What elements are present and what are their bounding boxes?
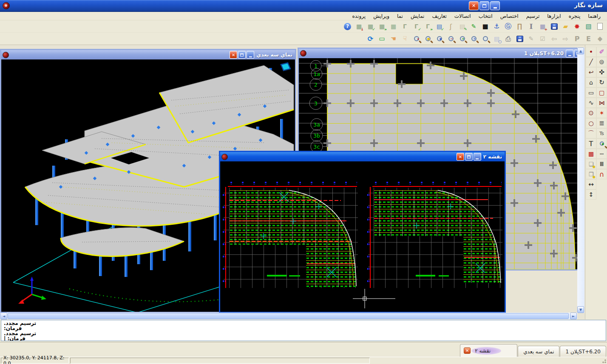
hand-note-icon[interactable]: ☚ bbox=[388, 33, 399, 44]
arc-icon[interactable]: ⌒ bbox=[586, 128, 596, 138]
zoom-in-icon[interactable]: + bbox=[457, 33, 468, 44]
snap-icon[interactable]: ∩ bbox=[596, 169, 607, 179]
grid-add-icon[interactable]: ▦+ bbox=[537, 21, 548, 32]
steel-beam-icon[interactable]: I bbox=[525, 21, 537, 32]
menu-item-2[interactable]: نما bbox=[393, 13, 407, 20]
scroll-left-button[interactable]: ◄ bbox=[0, 313, 7, 319]
explode-icon[interactable]: ✶ bbox=[596, 108, 607, 118]
scroll-right-button[interactable]: ► bbox=[570, 313, 577, 319]
menu-item-3[interactable]: نمایش bbox=[407, 13, 428, 20]
open-folder-icon[interactable]: ▰ bbox=[560, 21, 571, 32]
mesh-plate-icon[interactable]: ▦ bbox=[388, 21, 399, 32]
print-icon[interactable]: ⎙ bbox=[502, 33, 514, 44]
fit-view-icon[interactable]: ▭ bbox=[376, 33, 388, 44]
design-checklist-icon[interactable]: ▤✎ bbox=[457, 21, 468, 32]
menu-item-10[interactable]: پنجره bbox=[565, 13, 584, 20]
zoom-object-icon[interactable]: ◆ bbox=[596, 138, 607, 149]
deck-section-icon[interactable]: ⚓ bbox=[491, 21, 502, 32]
selection-window-icon[interactable]: ▢ bbox=[596, 87, 607, 98]
app-logo-icon[interactable] bbox=[3, 2, 10, 9]
paste-icon[interactable]: ❐● bbox=[586, 169, 596, 179]
map2-minimize-button[interactable] bbox=[474, 153, 481, 161]
zoom-extents-icon[interactable]: ✳ bbox=[468, 33, 479, 44]
mirror-icon[interactable]: ⋈ bbox=[596, 98, 607, 108]
plan-mode-icon[interactable]: P bbox=[571, 33, 583, 44]
window-tab-2[interactable]: پلان 1ST+6.20 bbox=[560, 346, 606, 357]
3d-maximize-button[interactable] bbox=[238, 51, 246, 59]
menu-item-7[interactable]: اختصاص bbox=[496, 13, 522, 20]
minimize-button[interactable] bbox=[490, 1, 500, 10]
text-icon[interactable]: T bbox=[586, 138, 596, 149]
menu-item-9[interactable]: ابزارها bbox=[543, 13, 564, 20]
maximize-button[interactable] bbox=[479, 1, 489, 10]
polygon-icon[interactable]: ⌂ bbox=[586, 77, 596, 87]
save-icon[interactable] bbox=[548, 21, 560, 32]
measure-icon[interactable]: ↕ bbox=[586, 189, 596, 200]
menu-item-4[interactable]: تعاریف bbox=[428, 13, 450, 20]
building-check-icon[interactable]: ▤✓ bbox=[434, 21, 445, 32]
corbel-icon[interactable]: Γ bbox=[399, 21, 411, 32]
horizontal-scroll-thumb[interactable] bbox=[8, 313, 569, 319]
menu-item-0[interactable]: پرونده bbox=[349, 13, 370, 20]
slab-export-icon[interactable]: ▦↓ bbox=[353, 21, 365, 32]
3d-titlebar[interactable]: ✕ نماي سه بعدي bbox=[1, 50, 295, 59]
map2-canvas[interactable] bbox=[220, 161, 505, 312]
copy-icon[interactable]: ❏● bbox=[586, 159, 596, 169]
ellipse-icon[interactable]: ○ bbox=[586, 118, 596, 128]
elevation-mode-icon[interactable]: E bbox=[583, 33, 594, 44]
menu-item-5[interactable]: اتصالات bbox=[451, 13, 475, 20]
hatch-icon[interactable]: ▩ bbox=[586, 149, 596, 159]
print-preview-icon[interactable]: ▤○ bbox=[491, 33, 502, 44]
zoom-previous-icon[interactable]: ◂ bbox=[411, 33, 422, 44]
slab-check-icon[interactable]: ▦✓ bbox=[365, 21, 376, 32]
circle-icon[interactable]: ⊙ bbox=[586, 108, 596, 118]
close-button[interactable]: ✕ bbox=[469, 1, 479, 10]
layers-icon[interactable]: ≣ bbox=[596, 118, 607, 128]
annotate-icon[interactable]: ✎ bbox=[468, 21, 479, 32]
rotate-icon[interactable]: ↻ bbox=[596, 77, 607, 87]
edit-disabled-icon[interactable]: ✎ bbox=[525, 33, 537, 44]
tab-close-button[interactable]: ✕ bbox=[464, 347, 471, 354]
checklist-disabled-icon[interactable]: ☑ bbox=[537, 33, 548, 44]
zoom-out-icon[interactable]: − bbox=[445, 33, 457, 44]
corbel-update-icon[interactable]: Γ» bbox=[422, 21, 434, 32]
3d-minimize-button[interactable] bbox=[247, 51, 254, 59]
array-columns-icon[interactable]: Ⅲ bbox=[596, 159, 607, 169]
dimension-icon[interactable]: ↔ bbox=[586, 179, 596, 189]
solid-view-icon[interactable]: ◆ bbox=[594, 33, 606, 44]
zoom-window-icon[interactable]: ▪ bbox=[434, 33, 445, 44]
window-tab-0[interactable]: ✕نقشه ۲ bbox=[460, 344, 517, 357]
move-icon[interactable]: ✜ bbox=[596, 67, 607, 77]
rectangle-icon[interactable]: ▭ bbox=[586, 87, 596, 98]
menu-item-11[interactable]: راهنما bbox=[584, 13, 604, 20]
scroll-up-button[interactable]: ▲ bbox=[577, 48, 584, 54]
plan-minimize-button[interactable] bbox=[566, 50, 573, 57]
bridge-truss-icon[interactable]: ∏ bbox=[514, 21, 525, 32]
corbel-check-icon[interactable]: Γ✓ bbox=[411, 21, 422, 32]
map2-maximize-button[interactable] bbox=[465, 153, 473, 161]
redraw-icon[interactable]: ⟳ bbox=[365, 33, 376, 44]
slab-update-icon[interactable]: ▦» bbox=[376, 21, 388, 32]
pan-icon[interactable]: ☟ bbox=[399, 33, 411, 44]
menu-item-8[interactable]: ترسیم bbox=[522, 13, 544, 20]
app-titlebar[interactable]: ✕ سازه نگار bbox=[0, 0, 607, 12]
window-tab-1[interactable]: نماي سه بعدي bbox=[518, 346, 559, 357]
report-scroll-icon[interactable]: ʃ bbox=[445, 21, 457, 32]
weight-icon[interactable]: ■ bbox=[479, 21, 491, 32]
spline-icon[interactable]: ∿ bbox=[586, 98, 596, 108]
forward-disabled-icon[interactable]: ⇨ bbox=[560, 33, 571, 44]
model-star-icon[interactable]: ✸ bbox=[571, 21, 583, 32]
offset-circles-icon[interactable]: ⊚ bbox=[596, 57, 607, 67]
mdi-vertical-scrollbar[interactable] bbox=[577, 48, 584, 313]
eraser-icon[interactable]: ✐ bbox=[596, 47, 607, 57]
line-icon[interactable]: ╱ bbox=[586, 57, 596, 67]
image-view-icon[interactable]: ▧ bbox=[583, 21, 594, 32]
plan-titlebar[interactable]: پلان 1ST+6.20 bbox=[299, 49, 583, 58]
save-view-icon[interactable] bbox=[514, 33, 525, 44]
zoom-icon[interactable] bbox=[479, 33, 491, 44]
3d-close-button[interactable]: ✕ bbox=[230, 51, 237, 59]
polyline-icon[interactable]: ↩ bbox=[586, 67, 596, 77]
menu-item-1[interactable]: ویرایش bbox=[369, 13, 393, 20]
command-console-box[interactable]: ترسیم مجدد. فرمان: ترسیم مجدد. فرمان: | bbox=[1, 320, 606, 341]
back-disabled-icon[interactable]: ⇦ bbox=[548, 33, 560, 44]
